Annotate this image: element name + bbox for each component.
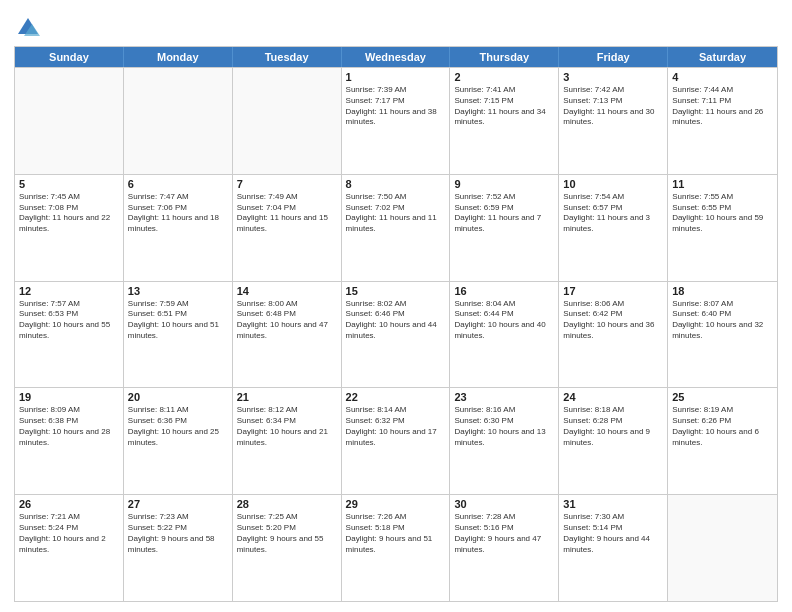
calendar-cell-2: 2Sunrise: 7:41 AM Sunset: 7:15 PM Daylig…	[450, 68, 559, 174]
cell-info: Sunrise: 7:26 AM Sunset: 5:18 PM Dayligh…	[346, 512, 446, 555]
day-number: 1	[346, 71, 446, 83]
calendar-cell-18: 18Sunrise: 8:07 AM Sunset: 6:40 PM Dayli…	[668, 282, 777, 388]
cell-info: Sunrise: 7:23 AM Sunset: 5:22 PM Dayligh…	[128, 512, 228, 555]
calendar-cell-20: 20Sunrise: 8:11 AM Sunset: 6:36 PM Dayli…	[124, 388, 233, 494]
cell-info: Sunrise: 8:14 AM Sunset: 6:32 PM Dayligh…	[346, 405, 446, 448]
calendar-cell-29: 29Sunrise: 7:26 AM Sunset: 5:18 PM Dayli…	[342, 495, 451, 601]
calendar-cell-13: 13Sunrise: 7:59 AM Sunset: 6:51 PM Dayli…	[124, 282, 233, 388]
cell-info: Sunrise: 7:42 AM Sunset: 7:13 PM Dayligh…	[563, 85, 663, 128]
calendar-cell-25: 25Sunrise: 8:19 AM Sunset: 6:26 PM Dayli…	[668, 388, 777, 494]
calendar: SundayMondayTuesdayWednesdayThursdayFrid…	[14, 46, 778, 602]
cell-info: Sunrise: 8:00 AM Sunset: 6:48 PM Dayligh…	[237, 299, 337, 342]
cell-info: Sunrise: 7:41 AM Sunset: 7:15 PM Dayligh…	[454, 85, 554, 128]
calendar-cell-empty-0-2	[233, 68, 342, 174]
cell-info: Sunrise: 8:18 AM Sunset: 6:28 PM Dayligh…	[563, 405, 663, 448]
calendar-cell-5: 5Sunrise: 7:45 AM Sunset: 7:08 PM Daylig…	[15, 175, 124, 281]
calendar-cell-26: 26Sunrise: 7:21 AM Sunset: 5:24 PM Dayli…	[15, 495, 124, 601]
day-number: 18	[672, 285, 773, 297]
cell-info: Sunrise: 7:59 AM Sunset: 6:51 PM Dayligh…	[128, 299, 228, 342]
calendar-cell-23: 23Sunrise: 8:16 AM Sunset: 6:30 PM Dayli…	[450, 388, 559, 494]
day-number: 11	[672, 178, 773, 190]
cell-info: Sunrise: 8:02 AM Sunset: 6:46 PM Dayligh…	[346, 299, 446, 342]
calendar-cell-6: 6Sunrise: 7:47 AM Sunset: 7:06 PM Daylig…	[124, 175, 233, 281]
day-number: 14	[237, 285, 337, 297]
calendar-cell-28: 28Sunrise: 7:25 AM Sunset: 5:20 PM Dayli…	[233, 495, 342, 601]
calendar-cell-1: 1Sunrise: 7:39 AM Sunset: 7:17 PM Daylig…	[342, 68, 451, 174]
calendar-week-3: 19Sunrise: 8:09 AM Sunset: 6:38 PM Dayli…	[15, 387, 777, 494]
day-number: 27	[128, 498, 228, 510]
day-number: 10	[563, 178, 663, 190]
calendar-header-wednesday: Wednesday	[342, 47, 451, 67]
calendar-cell-empty-0-0	[15, 68, 124, 174]
cell-info: Sunrise: 8:19 AM Sunset: 6:26 PM Dayligh…	[672, 405, 773, 448]
cell-info: Sunrise: 7:28 AM Sunset: 5:16 PM Dayligh…	[454, 512, 554, 555]
cell-info: Sunrise: 7:25 AM Sunset: 5:20 PM Dayligh…	[237, 512, 337, 555]
logo	[14, 14, 45, 42]
calendar-cell-24: 24Sunrise: 8:18 AM Sunset: 6:28 PM Dayli…	[559, 388, 668, 494]
day-number: 15	[346, 285, 446, 297]
calendar-cell-14: 14Sunrise: 8:00 AM Sunset: 6:48 PM Dayli…	[233, 282, 342, 388]
day-number: 4	[672, 71, 773, 83]
calendar-cell-7: 7Sunrise: 7:49 AM Sunset: 7:04 PM Daylig…	[233, 175, 342, 281]
day-number: 26	[19, 498, 119, 510]
day-number: 2	[454, 71, 554, 83]
cell-info: Sunrise: 7:50 AM Sunset: 7:02 PM Dayligh…	[346, 192, 446, 235]
cell-info: Sunrise: 7:57 AM Sunset: 6:53 PM Dayligh…	[19, 299, 119, 342]
cell-info: Sunrise: 7:55 AM Sunset: 6:55 PM Dayligh…	[672, 192, 773, 235]
day-number: 5	[19, 178, 119, 190]
day-number: 3	[563, 71, 663, 83]
cell-info: Sunrise: 8:06 AM Sunset: 6:42 PM Dayligh…	[563, 299, 663, 342]
cell-info: Sunrise: 7:49 AM Sunset: 7:04 PM Dayligh…	[237, 192, 337, 235]
calendar-cell-17: 17Sunrise: 8:06 AM Sunset: 6:42 PM Dayli…	[559, 282, 668, 388]
calendar-body: 1Sunrise: 7:39 AM Sunset: 7:17 PM Daylig…	[15, 67, 777, 601]
cell-info: Sunrise: 7:21 AM Sunset: 5:24 PM Dayligh…	[19, 512, 119, 555]
logo-icon	[14, 14, 42, 42]
calendar-cell-3: 3Sunrise: 7:42 AM Sunset: 7:13 PM Daylig…	[559, 68, 668, 174]
calendar-cell-16: 16Sunrise: 8:04 AM Sunset: 6:44 PM Dayli…	[450, 282, 559, 388]
calendar-week-2: 12Sunrise: 7:57 AM Sunset: 6:53 PM Dayli…	[15, 281, 777, 388]
cell-info: Sunrise: 7:47 AM Sunset: 7:06 PM Dayligh…	[128, 192, 228, 235]
calendar-header-monday: Monday	[124, 47, 233, 67]
calendar-cell-empty-0-1	[124, 68, 233, 174]
calendar-cell-19: 19Sunrise: 8:09 AM Sunset: 6:38 PM Dayli…	[15, 388, 124, 494]
day-number: 7	[237, 178, 337, 190]
calendar-cell-15: 15Sunrise: 8:02 AM Sunset: 6:46 PM Dayli…	[342, 282, 451, 388]
cell-info: Sunrise: 7:39 AM Sunset: 7:17 PM Dayligh…	[346, 85, 446, 128]
calendar-cell-11: 11Sunrise: 7:55 AM Sunset: 6:55 PM Dayli…	[668, 175, 777, 281]
calendar-cell-27: 27Sunrise: 7:23 AM Sunset: 5:22 PM Dayli…	[124, 495, 233, 601]
calendar-cell-4: 4Sunrise: 7:44 AM Sunset: 7:11 PM Daylig…	[668, 68, 777, 174]
calendar-header-saturday: Saturday	[668, 47, 777, 67]
calendar-cell-30: 30Sunrise: 7:28 AM Sunset: 5:16 PM Dayli…	[450, 495, 559, 601]
day-number: 8	[346, 178, 446, 190]
calendar-header-tuesday: Tuesday	[233, 47, 342, 67]
page-header	[14, 10, 778, 42]
cell-info: Sunrise: 8:09 AM Sunset: 6:38 PM Dayligh…	[19, 405, 119, 448]
day-number: 17	[563, 285, 663, 297]
day-number: 24	[563, 391, 663, 403]
calendar-header-friday: Friday	[559, 47, 668, 67]
calendar-header-thursday: Thursday	[450, 47, 559, 67]
calendar-week-0: 1Sunrise: 7:39 AM Sunset: 7:17 PM Daylig…	[15, 67, 777, 174]
calendar-cell-8: 8Sunrise: 7:50 AM Sunset: 7:02 PM Daylig…	[342, 175, 451, 281]
cell-info: Sunrise: 8:12 AM Sunset: 6:34 PM Dayligh…	[237, 405, 337, 448]
cell-info: Sunrise: 7:30 AM Sunset: 5:14 PM Dayligh…	[563, 512, 663, 555]
calendar-cell-12: 12Sunrise: 7:57 AM Sunset: 6:53 PM Dayli…	[15, 282, 124, 388]
calendar-cell-31: 31Sunrise: 7:30 AM Sunset: 5:14 PM Dayli…	[559, 495, 668, 601]
day-number: 22	[346, 391, 446, 403]
calendar-cell-10: 10Sunrise: 7:54 AM Sunset: 6:57 PM Dayli…	[559, 175, 668, 281]
calendar-cell-empty-4-6	[668, 495, 777, 601]
day-number: 30	[454, 498, 554, 510]
cell-info: Sunrise: 8:07 AM Sunset: 6:40 PM Dayligh…	[672, 299, 773, 342]
calendar-cell-21: 21Sunrise: 8:12 AM Sunset: 6:34 PM Dayli…	[233, 388, 342, 494]
day-number: 9	[454, 178, 554, 190]
day-number: 13	[128, 285, 228, 297]
calendar-cell-9: 9Sunrise: 7:52 AM Sunset: 6:59 PM Daylig…	[450, 175, 559, 281]
cell-info: Sunrise: 7:54 AM Sunset: 6:57 PM Dayligh…	[563, 192, 663, 235]
day-number: 25	[672, 391, 773, 403]
calendar-cell-22: 22Sunrise: 8:14 AM Sunset: 6:32 PM Dayli…	[342, 388, 451, 494]
day-number: 23	[454, 391, 554, 403]
calendar-header-sunday: Sunday	[15, 47, 124, 67]
day-number: 6	[128, 178, 228, 190]
day-number: 31	[563, 498, 663, 510]
day-number: 29	[346, 498, 446, 510]
